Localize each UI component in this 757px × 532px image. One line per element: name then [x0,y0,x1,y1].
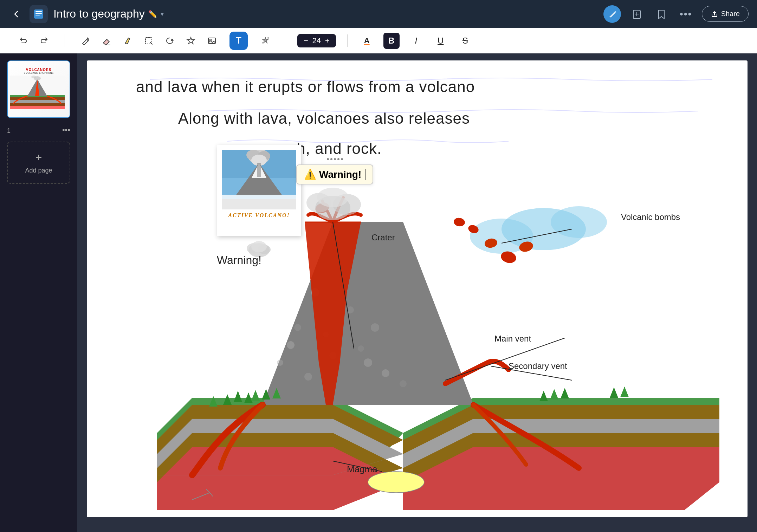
select-rect-button[interactable] [140,32,158,50]
divider-2 [286,34,286,47]
volcano-diagram [157,187,719,510]
svg-rect-3 [35,15,40,15]
svg-point-57 [400,380,407,387]
drawing-tools-group [76,32,221,50]
warning-text: Warning! [319,169,361,180]
svg-point-62 [294,324,301,331]
strikethrough-button[interactable]: S [457,33,473,49]
underline-icon: U [438,36,444,46]
header: Intro to geography ✏️ ▾ ••• [0,0,757,28]
svg-marker-81 [550,389,558,400]
page-footer: 1 ••• [4,124,73,136]
svg-line-87 [445,338,565,380]
toolbar: T − 24 + A B I U S [0,28,757,53]
svg-point-36 [551,206,607,238]
svg-point-72 [317,188,349,207]
divider-1 [65,34,65,47]
svg-point-68 [453,217,466,227]
page-canvas: and lava when it erupts or flows from a … [87,60,748,517]
lasso-button[interactable] [161,32,179,50]
italic-icon: I [415,36,417,46]
add-page-label: Add page [25,167,52,174]
svg-point-55 [304,373,312,381]
add-document-button[interactable] [628,5,646,23]
main-vent-label: Main vent [494,334,531,344]
font-size-control: − 24 + [297,34,336,47]
svg-point-8 [267,37,269,39]
pen-tool-button[interactable] [76,32,95,50]
doc-title: Intro to geography ✏️ ▾ [53,7,164,20]
text-tool-button[interactable]: T [229,32,248,50]
svg-marker-74 [234,391,242,402]
back-button[interactable] [8,6,24,22]
magma-label: Magma [347,464,377,475]
strikethrough-icon: S [462,36,468,46]
svg-rect-6 [208,38,215,44]
svg-point-19 [31,76,36,78]
svg-rect-30 [257,163,261,177]
svg-rect-12 [10,100,65,103]
volcanic-bombs-label: Volcanic bombs [621,212,680,222]
svg-point-9 [262,42,263,43]
font-color-icon: A [364,36,370,45]
bold-icon: B [388,36,394,46]
ellipsis-icon: ••• [680,8,692,20]
svg-rect-14 [10,106,65,109]
font-size-decrease[interactable]: − [302,36,310,45]
font-size-value: 24 [312,36,322,45]
svg-point-58 [277,359,283,366]
svg-point-52 [287,341,295,349]
title-pencil-icon: ✏️ [148,10,157,18]
svg-marker-84 [620,387,629,397]
svg-marker-49 [263,222,473,405]
text-tool-icon: T [236,35,241,46]
warning-textbox[interactable]: ⚠️ Warning! [296,164,373,184]
header-left: Intro to geography ✏️ ▾ [8,5,598,23]
eraser-button[interactable] [97,32,116,50]
thumb-subtitle: 2 VOLCANIC ERUPTIONS [10,72,67,74]
share-button[interactable]: Share [702,6,749,22]
more-options-button[interactable]: ••• [677,5,695,23]
svg-marker-82 [561,388,569,398]
drag-handle[interactable] [327,158,343,160]
font-size-increase[interactable]: + [324,36,331,45]
thumb-title: VOLCANOES [10,68,67,72]
page-more-button[interactable]: ••• [62,125,70,135]
text-line-2-container: Along with lava, volcanoes also releases [178,110,726,127]
svg-marker-77 [251,390,260,401]
notebook-icon [30,5,48,23]
page-number: 1 [7,127,11,135]
bold-button[interactable]: B [383,33,400,49]
magic-tool-button[interactable] [256,32,274,50]
undo-redo-group [14,32,53,50]
image-button[interactable] [203,32,221,50]
svg-marker-80 [539,391,548,401]
underline-button[interactable]: U [433,33,449,49]
italic-button[interactable]: I [408,33,424,49]
add-page-button[interactable]: + Add page [7,142,70,184]
page-1-thumbnail[interactable]: VOLCANOES 2 VOLCANIC ERUPTIONS [7,60,70,118]
title-chevron-icon[interactable]: ▾ [161,10,164,18]
header-right: ••• Share [603,5,749,23]
svg-point-61 [382,369,389,377]
bookmark-button[interactable] [653,5,670,23]
svg-point-89 [368,472,424,493]
canvas-area[interactable]: and lava when it erupts or flows from a … [77,53,757,532]
redo-button[interactable] [35,32,53,50]
secondary-vent-label: Secondary vent [509,361,567,371]
svg-point-56 [364,358,372,367]
sidebar: VOLCANOES 2 VOLCANIC ERUPTIONS [0,53,77,532]
warning-emoji: ⚠️ [304,169,316,180]
title-text: Intro to geography [53,7,145,20]
undo-button[interactable] [14,32,32,50]
divider-3 [347,34,348,47]
svg-rect-1 [35,11,42,12]
star-tool-button[interactable] [182,32,200,50]
share-label: Share [721,10,740,18]
marker-button[interactable] [118,32,137,50]
font-color-button[interactable]: A [359,33,375,49]
pen-mode-button[interactable] [603,5,621,23]
svg-marker-83 [610,387,618,398]
page-thumbnail-preview: VOLCANOES 2 VOLCANIC ERUPTIONS [8,61,70,117]
main-area: VOLCANOES 2 VOLCANIC ERUPTIONS [0,53,757,532]
